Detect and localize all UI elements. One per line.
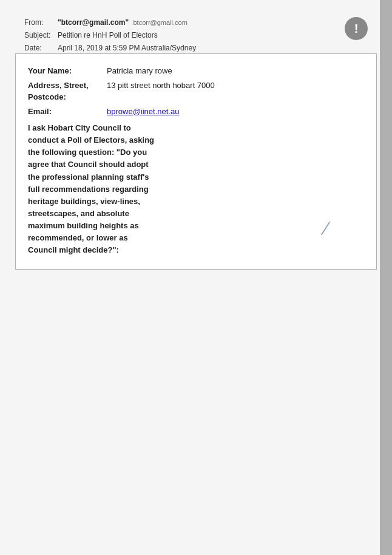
email-value[interactable]: bprowe@iinet.net.au: [107, 106, 179, 118]
subject-label: Subject:: [24, 30, 58, 41]
name-value: Patricia mary rowe: [107, 65, 364, 77]
right-strip: [380, 0, 392, 555]
from-label: From:: [24, 17, 58, 28]
petition-text: I ask Hobart City Council to conduct a P…: [28, 122, 155, 257]
card-inner: Your Name: Patricia mary rowe Address, S…: [28, 65, 364, 257]
name-row: Your Name: Patricia mary rowe: [28, 65, 364, 77]
subject-row: Subject: Petition re HnH Poll of Elector…: [24, 30, 374, 41]
date-label: Date:: [24, 43, 58, 53]
from-email-bold: "btcorr@gmail.com": [58, 18, 129, 27]
date-row: Date: April 18, 2019 at 5:59 PM Australi…: [24, 43, 374, 53]
alert-symbol: !: [354, 22, 359, 36]
content-card: Your Name: Patricia mary rowe Address, S…: [15, 53, 377, 270]
name-label: Your Name:: [28, 65, 107, 77]
signature-slash: /: [321, 219, 329, 239]
from-email-secondary: btcorr@gmail.com: [133, 19, 187, 26]
from-row: From: "btcorr@gmail.com" btcorr@gmail.co…: [24, 17, 374, 28]
signature-area: /: [323, 219, 328, 239]
address-value: 13 pitt street north hobart 7000: [107, 80, 364, 103]
postcode-label: Postcode:: [28, 92, 66, 101]
email-label: Email:: [28, 106, 107, 118]
email-row: Email: bprowe@iinet.net.au: [28, 106, 364, 118]
alert-icon: !: [345, 17, 368, 40]
address-row: Address, Street, Postcode: 13 pitt stree…: [28, 80, 364, 103]
subject-value: Petition re HnH Poll of Electors: [58, 30, 158, 41]
address-label: Address, Street,: [28, 81, 89, 90]
date-value: April 18, 2019 at 5:59 PM Australia/Sydn…: [58, 43, 196, 53]
